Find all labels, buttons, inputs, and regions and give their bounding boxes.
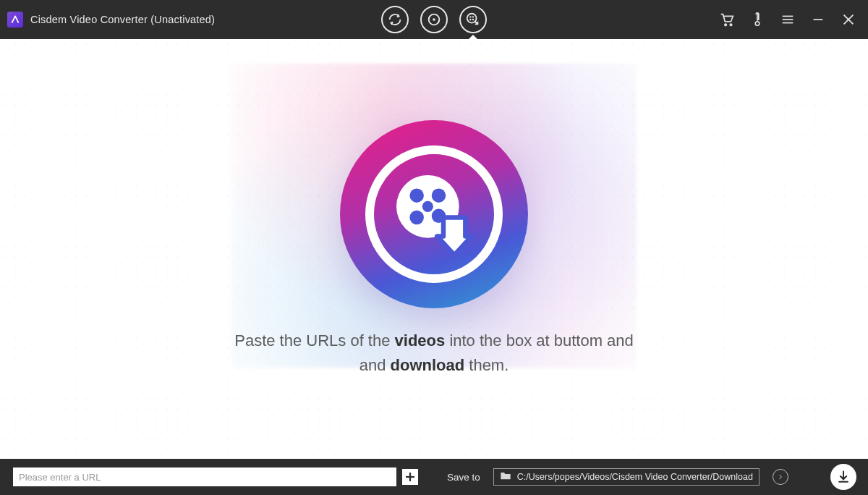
svg-point-20 — [409, 211, 424, 225]
tab-convert[interactable] — [381, 6, 409, 33]
svg-point-4 — [472, 16, 474, 17]
app-logo-icon — [7, 12, 23, 28]
tab-download[interactable] — [459, 6, 487, 33]
svg-point-18 — [409, 188, 424, 203]
svg-point-8 — [730, 24, 732, 26]
main-area: Paste the URLs of the videos into the bo… — [0, 39, 868, 459]
titlebar: Cisdem Video Converter (Unactivated) — [0, 0, 868, 39]
hint-bold-download: download — [391, 356, 465, 374]
svg-point-6 — [472, 19, 474, 20]
url-input[interactable] — [13, 468, 396, 486]
hint-bold-videos: videos — [395, 331, 446, 350]
download-button[interactable] — [830, 464, 856, 490]
open-folder-button[interactable] — [773, 469, 788, 485]
svg-point-9 — [755, 22, 760, 26]
thermometer-icon[interactable] — [748, 10, 767, 29]
svg-point-5 — [469, 19, 471, 20]
minimize-icon[interactable] — [809, 10, 827, 29]
folder-icon — [500, 470, 511, 483]
save-path-box[interactable]: C:/Users/popes/Videos/Cisdem Video Conve… — [493, 468, 760, 486]
svg-point-19 — [432, 188, 446, 203]
bottombar: Save to C:/Users/popes/Videos/Cisdem Vid… — [0, 459, 868, 495]
add-url-button[interactable] — [401, 468, 420, 486]
save-to-label: Save to — [447, 472, 480, 483]
hint-mid: into the box at buttom and — [445, 331, 634, 350]
save-path-text: C:/Users/popes/Videos/Cisdem Video Conve… — [517, 472, 753, 482]
svg-point-3 — [469, 16, 471, 17]
svg-point-2 — [467, 14, 477, 23]
hint-post: them. — [464, 356, 509, 374]
cart-icon[interactable] — [718, 10, 736, 29]
svg-point-17 — [422, 201, 433, 212]
hint-mid2: and — [359, 356, 391, 374]
tab-rip[interactable] — [420, 6, 448, 33]
svg-point-7 — [725, 24, 727, 26]
hero-download-icon — [340, 120, 528, 308]
menu-icon[interactable] — [778, 10, 797, 29]
close-icon[interactable] — [839, 10, 858, 29]
hint-pre: Paste the URLs of the — [234, 331, 394, 350]
app-title: Cisdem Video Converter (Unactivated) — [30, 14, 215, 25]
hint-text: Paste the URLs of the videos into the bo… — [234, 329, 634, 378]
svg-point-1 — [433, 18, 435, 21]
